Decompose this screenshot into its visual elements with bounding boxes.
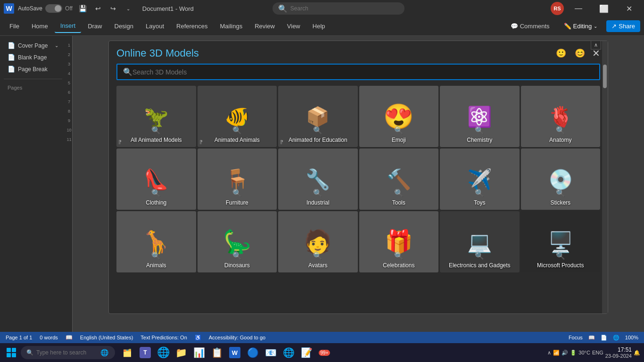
model-card-industrial[interactable]: 🔧 🔍 Industrial [278, 148, 358, 210]
share-label: Share [619, 23, 635, 30]
model-card-animals[interactable]: 🦒 🔍 Animals [116, 211, 196, 272]
save-button[interactable]: 💾 [76, 3, 90, 14]
ruler-mark-2: 2 [68, 50, 70, 59]
panel-page-break[interactable]: 📄 Page Break [4, 63, 62, 75]
volume-icon[interactable]: 🔊 [561, 350, 568, 356]
taskbar-search[interactable]: 🔍 🌐 [21, 346, 115, 359]
taskbar-task-view[interactable]: 🗂️ [119, 344, 136, 361]
tab-help[interactable]: Help [307, 20, 331, 33]
model-card-clothing[interactable]: 👠 🔍 Clothing [116, 148, 196, 210]
customize-quick-access[interactable]: ⌄ [122, 3, 135, 14]
titlebar: W AutoSave Off 💾 ↩ ↪ ⌄ Document1 - Word … [0, 0, 644, 17]
card-label-4: Chemistry [467, 137, 492, 143]
model-card-furniture[interactable]: 🪑 🔍 Furniture [198, 148, 277, 210]
tab-review[interactable]: Review [249, 20, 281, 33]
ruler-mark-11: 11 [66, 135, 71, 144]
model-card-stickers[interactable]: 💿 🔍 Stickers [521, 148, 601, 210]
notification-center-icon[interactable]: 🔔 [634, 350, 640, 356]
tab-insert[interactable]: Insert [55, 19, 82, 33]
title-search-input[interactable] [290, 5, 394, 12]
undo-button[interactable]: ↩ [91, 3, 105, 14]
user-avatar[interactable]: RS [551, 2, 564, 15]
ruler-mark-5: 5 [68, 78, 70, 88]
panel-cover-page[interactable]: 📄 Cover Page ⌄ [4, 40, 62, 51]
close-button[interactable]: ✕ [619, 0, 640, 17]
model-card-electronics[interactable]: 💻 🔍 Electronics and Gadgets [440, 211, 520, 272]
model-card-dinosaurs[interactable]: 🦕 🔍 Dinosaurs [198, 211, 277, 272]
minimize-button[interactable]: — [568, 0, 589, 17]
search-bar[interactable]: 🔍 [116, 64, 600, 80]
restore-button[interactable]: ⬜ [593, 0, 615, 17]
card-label-8: Industrial [306, 199, 330, 206]
taskbar-bing[interactable]: 🌐 [280, 344, 297, 361]
model-card-animated-animals[interactable]: 🐠 🔍 Animated Animals ⁋ [198, 86, 277, 147]
view-mode-web[interactable]: 🌐 [613, 335, 619, 341]
card-label-2: Animated for Education [289, 137, 347, 143]
tab-file[interactable]: File [4, 20, 25, 33]
comments-icon: 💬 [511, 23, 518, 30]
search-input[interactable] [132, 68, 594, 76]
title-search-bar[interactable]: 🔍 [272, 2, 405, 15]
taskbar-search-input[interactable] [36, 349, 98, 356]
model-card-chemistry[interactable]: ⚛️ 🔍 Chemistry [440, 86, 520, 147]
tab-draw[interactable]: Draw [82, 20, 107, 33]
model-card-celebrations[interactable]: 🎁 🔍 Celebrations [359, 211, 439, 272]
taskbar-teams[interactable]: T [137, 344, 154, 361]
smiley-icon-2[interactable]: 😊 [573, 47, 586, 60]
editing-button[interactable]: ✏️ Editing ⌄ [559, 20, 603, 32]
taskbar-word[interactable]: W [226, 344, 243, 361]
collapse-button[interactable]: ∧ [591, 41, 601, 49]
ruler-mark-6: 6 [68, 88, 70, 97]
taskbar-outlook[interactable]: 📧 [262, 344, 279, 361]
tab-layout[interactable]: Layout [140, 20, 170, 33]
tab-view[interactable]: View [281, 20, 306, 33]
taskbar-file-explorer[interactable]: 📁 [173, 344, 190, 361]
model-card-tools[interactable]: 🔨 🔍 Tools [359, 148, 439, 210]
tab-references[interactable]: References [171, 20, 213, 33]
taskbar-excel[interactable]: 📊 [190, 344, 207, 361]
focus-button[interactable]: Focus [569, 335, 583, 340]
autosave-toggle[interactable] [45, 4, 62, 13]
card-search-icon-14: 🔍 [313, 251, 322, 260]
model-card-anatomy[interactable]: 🫀 🔍 Anatomy [521, 86, 601, 147]
model-card-toys[interactable]: ✈️ 🔍 Toys [440, 148, 520, 210]
notification-badge: 99+ [319, 350, 330, 356]
model-card-avatars[interactable]: 🧑 🔍 Avatars [278, 211, 358, 272]
taskbar-chrome[interactable]: 🔵 [244, 344, 261, 361]
tab-mailings[interactable]: Mailings [215, 20, 248, 33]
taskbar-clock[interactable]: 17:51 23-09-2024 [605, 346, 632, 359]
panel-blank-page[interactable]: 📄 Blank Page [4, 51, 62, 63]
taskbar-notification-app[interactable]: 99+ [316, 344, 333, 361]
view-mode-read[interactable]: 📖 [588, 335, 595, 341]
ruler-mark-10: 10 [66, 125, 71, 135]
comments-button[interactable]: 💬 Comments [505, 20, 555, 32]
tab-home[interactable]: Home [26, 20, 54, 33]
text-predictions[interactable]: Text Predictions: On [140, 335, 187, 340]
start-button[interactable] [4, 345, 19, 360]
dialog-title: Online 3D Models [116, 47, 199, 59]
ruler-mark-4: 4 [68, 69, 70, 78]
ruler-mark-1: 1 [68, 41, 70, 50]
share-button[interactable]: ↗ Share [606, 20, 640, 32]
model-card-emoji[interactable]: 😍 🔍 Emoji [359, 86, 439, 147]
language-indicator[interactable]: English (United States) [80, 335, 133, 340]
scrollbar-thumb[interactable] [603, 65, 607, 88]
language-tray[interactable]: ENG [592, 350, 603, 355]
model-card-all-animated[interactable]: 🦖 🔍 All Animated Models ⁋ [116, 86, 196, 147]
taskbar-sticky[interactable]: 📝 [298, 344, 315, 361]
model-card-microsoft[interactable]: 🖥️ 🔍 Microsoft Products [521, 211, 601, 272]
taskbar-powerpoint[interactable]: 📋 [208, 344, 225, 361]
up-arrow-icon[interactable]: ∧ [547, 350, 551, 356]
taskbar-edge[interactable]: 🌐 [155, 344, 172, 361]
accessibility-status[interactable]: Accessibility: Good to go [209, 335, 265, 340]
zoom-level[interactable]: 100% [625, 335, 638, 340]
view-mode-layout[interactable]: 📄 [601, 335, 607, 341]
redo-button[interactable]: ↪ [107, 3, 120, 14]
smiley-icon-1[interactable]: 🙂 [554, 47, 568, 60]
dialog-scrollbar[interactable] [602, 41, 608, 313]
clock-time: 17:51 [605, 346, 632, 353]
tab-design[interactable]: Design [109, 20, 139, 33]
card-search-icon-11: 🔍 [556, 189, 565, 197]
card-search-icon-17: 🔍 [556, 251, 565, 260]
model-card-animated-education[interactable]: 📦 🔍 Animated for Education ⁋ [278, 86, 358, 147]
